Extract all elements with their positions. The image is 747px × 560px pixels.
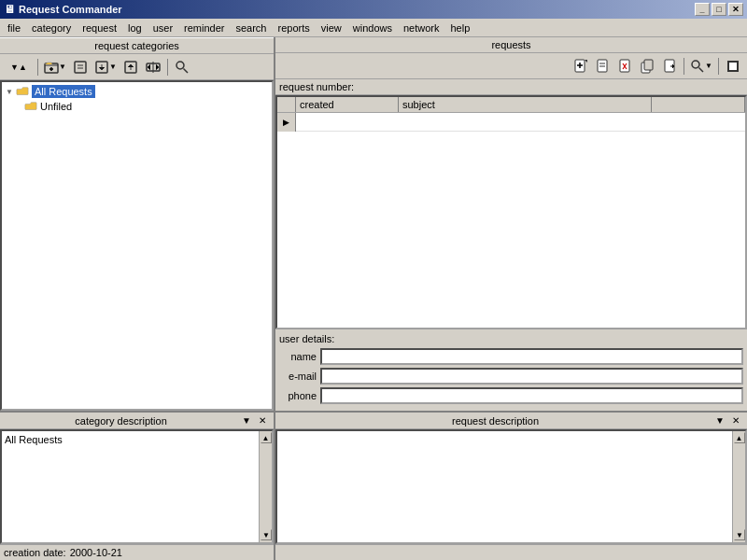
menu-log[interactable]: log	[122, 21, 148, 35]
window-controls: _ □ ✕	[695, 3, 743, 16]
import-button[interactable]	[120, 57, 141, 77]
phone-label: phone	[279, 390, 317, 401]
grid-header: created subject	[277, 97, 745, 113]
close-request-icon	[617, 59, 632, 74]
tree-label-all-requests[interactable]: All Requests	[32, 85, 95, 98]
user-details: user details: name e-mail phone	[275, 329, 747, 411]
menu-view[interactable]: view	[316, 21, 347, 35]
category-desc-text: All Requests	[5, 434, 63, 445]
categories-toolbar: ▼▲ ▼	[0, 54, 274, 80]
grid-row-0: ▶	[277, 113, 745, 132]
extra-button[interactable]	[723, 56, 743, 77]
extra-icon	[726, 59, 740, 74]
title-bar: 🖥 Request Commander _ □ ✕	[0, 0, 747, 19]
edit-icon	[73, 60, 88, 75]
search-requests-icon	[690, 59, 705, 74]
new-request-button[interactable]	[570, 56, 590, 77]
menu-network[interactable]: network	[398, 21, 445, 35]
user-details-title: user details:	[279, 333, 743, 344]
close-button[interactable]: ✕	[728, 3, 743, 16]
menu-reports[interactable]: reports	[273, 21, 316, 35]
category-tree[interactable]: ▼ All Requests Unfiled	[0, 80, 274, 411]
tree-item-unfiled[interactable]: Unfiled	[22, 99, 270, 114]
request-desc-footer	[275, 544, 747, 560]
request-description-panel: request description ▼ ✕ ▲ ▼	[275, 413, 747, 560]
email-field-row: e-mail	[279, 368, 743, 385]
col-extra	[652, 97, 745, 112]
separator-4	[718, 58, 719, 75]
menu-request[interactable]: request	[77, 21, 122, 35]
new-folder-button[interactable]: ▼	[42, 57, 68, 77]
phone-field-row: phone	[279, 387, 743, 404]
request-desc-header: request description ▼ ✕	[275, 413, 747, 429]
search-requests-button[interactable]: ▼	[688, 56, 714, 77]
main-container: request categories ▼▲ ▼	[0, 37, 747, 560]
folder-icon	[16, 85, 29, 98]
col-subject[interactable]: subject	[399, 97, 652, 112]
minimize-button[interactable]: _	[695, 3, 710, 16]
separator-1	[37, 59, 38, 76]
menu-help[interactable]: help	[444, 21, 475, 35]
menu-reminder[interactable]: reminder	[178, 21, 230, 35]
requests-toolbar: ▼	[275, 53, 747, 79]
view-request-icon	[595, 59, 610, 74]
name-label: name	[279, 351, 317, 362]
scroll-up-btn[interactable]: ▲	[261, 432, 272, 443]
menu-user[interactable]: user	[148, 21, 178, 35]
category-desc-header: category description ▼ ✕	[0, 413, 274, 429]
menu-windows[interactable]: windows	[347, 21, 398, 35]
col-created[interactable]: created	[296, 97, 399, 112]
requests-grid[interactable]: created subject ▶	[275, 95, 747, 329]
svg-point-7	[176, 62, 184, 69]
copy-request-icon	[640, 59, 655, 74]
creation-date-label: creation date:	[4, 547, 66, 558]
menu-category[interactable]: category	[26, 21, 77, 35]
move-request-button[interactable]	[659, 56, 680, 77]
maximize-button[interactable]: □	[712, 3, 726, 16]
request-desc-dropdown[interactable]: ▼	[712, 414, 728, 427]
scroll-down-btn[interactable]: ▼	[261, 529, 272, 540]
edit-button[interactable]	[70, 57, 91, 77]
separator-3	[684, 58, 684, 75]
lower-section: category description ▼ ✕ All Requests ▲ …	[0, 411, 747, 560]
request-footer-left	[279, 547, 282, 558]
request-number-bar: request number:	[275, 79, 747, 95]
copy-request-button[interactable]	[637, 56, 657, 77]
email-label: e-mail	[279, 371, 317, 382]
category-description-panel: category description ▼ ✕ All Requests ▲ …	[0, 413, 275, 560]
left-panel: request categories ▼▲ ▼	[0, 37, 275, 411]
window-title: Request Commander	[19, 4, 122, 15]
category-desc-dropdown[interactable]: ▼	[238, 414, 255, 427]
svg-rect-21	[729, 63, 737, 70]
request-desc-title: request description	[279, 415, 712, 427]
name-input[interactable]	[320, 348, 743, 365]
categories-header: request categories	[0, 37, 274, 54]
close-request-button[interactable]	[614, 56, 635, 77]
import-icon	[123, 60, 138, 75]
search-button[interactable]	[172, 57, 192, 77]
name-field-row: name	[279, 348, 743, 365]
svg-rect-16	[644, 60, 653, 70]
menu-file[interactable]: file	[2, 21, 26, 35]
phone-input[interactable]	[320, 387, 743, 404]
tree-label-unfiled: Unfiled	[40, 101, 72, 112]
request-scroll-up-btn[interactable]: ▲	[734, 432, 745, 443]
collapse-icon: ▼	[6, 88, 13, 96]
svg-line-8	[184, 68, 189, 73]
request-scroll-down-btn[interactable]: ▼	[734, 529, 745, 540]
row-indicator: ▶	[277, 113, 296, 132]
tree-item-root: ▼ All Requests	[4, 84, 270, 99]
email-input[interactable]	[320, 368, 743, 385]
export-button[interactable]: ▼	[92, 57, 119, 77]
search-icon	[175, 60, 190, 75]
menu-search[interactable]: search	[230, 21, 272, 35]
expand-button[interactable]: ▼▲	[4, 57, 34, 77]
menu-bar: file category request log user reminder …	[0, 19, 747, 37]
move-icon	[146, 60, 161, 75]
subfolder-icon	[24, 100, 37, 113]
category-desc-close[interactable]: ✕	[255, 414, 270, 427]
request-desc-close[interactable]: ✕	[728, 414, 743, 427]
move-button[interactable]	[143, 57, 163, 77]
view-request-button[interactable]	[592, 56, 613, 77]
svg-line-19	[699, 67, 704, 72]
